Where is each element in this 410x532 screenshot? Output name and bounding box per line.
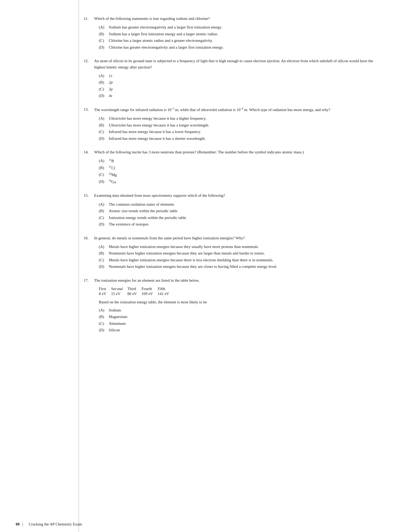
option-text: 70Ga (109, 179, 379, 185)
option-label: (D) (99, 221, 109, 227)
list-item: (C) Infrared has more energy because it … (99, 129, 379, 135)
option-text: Sodium has a larger first ionization ene… (109, 31, 379, 37)
option-text: Infrared has more energy because it has … (109, 129, 379, 135)
option-label: (D) (99, 44, 109, 50)
question-11-text: Which of the following statements is tru… (94, 16, 379, 22)
left-border (78, 0, 79, 532)
option-text: Infrared has more energy because it has … (109, 136, 379, 142)
list-item: (C) 3p (99, 86, 379, 92)
question-15-number: 15. (84, 193, 94, 199)
option-text: Aluminum (109, 321, 379, 327)
question-17-text: The ionization energies for an element a… (94, 277, 379, 284)
option-text: Ultraviolet has more energy because it h… (109, 115, 379, 122)
table-row: 8 eV 15 eV 80 eV 109 eV 141 eV (99, 292, 174, 297)
option-label: (A) (99, 307, 109, 313)
question-12-number: 12. (84, 58, 94, 70)
list-item: (B) 2p (99, 79, 379, 85)
ionization-table: First Second Third Fourth Fifth 8 eV 15 … (99, 286, 174, 297)
footer-title: Cracking the AP Chemistry Exam (29, 522, 82, 527)
question-14-number: 14. (84, 149, 94, 155)
question-11: 11. Which of the following statements is… (84, 16, 379, 50)
table-cell-third: 80 eV (127, 292, 141, 297)
table-cell-second: 15 eV (111, 292, 127, 297)
option-label: (A) (99, 244, 109, 250)
question-12: 12. An atom of silicon in its ground sta… (84, 58, 379, 99)
table-header-fourth: Fourth (141, 286, 158, 292)
question-16: 16. In general, do metals or nonmetals f… (84, 235, 379, 270)
option-label: (A) (99, 24, 109, 30)
option-label: (C) (99, 86, 109, 92)
question-14-text: Which of the following nuclei has 3 more… (94, 149, 379, 155)
option-text: 24Mg (109, 172, 379, 178)
question-15: 15. Examining data obtained from mass sp… (84, 193, 379, 227)
list-item: (C) 24Mg (99, 172, 379, 178)
list-item: (D) 4s (99, 93, 379, 99)
option-text: The existence of isotopes (109, 221, 379, 227)
question-11-options: (A) Sodium has greater electronegativity… (99, 24, 379, 50)
option-text: 37Cl (109, 165, 379, 171)
question-13: 13. The wavelength range for infrared ra… (84, 107, 379, 141)
option-text: Sodium (109, 307, 379, 313)
option-text: Metals have higher ionization energies b… (109, 244, 379, 250)
list-item: (A) The common oxidation states of eleme… (99, 201, 379, 207)
list-item: (A) 1s (99, 73, 379, 79)
question-14: 14. Which of the following nuclei has 3 … (84, 149, 379, 185)
based-on-text: Based on the ionization energy table, th… (99, 299, 379, 305)
list-item: (D) 70Ga (99, 179, 379, 185)
option-label: (C) (99, 321, 109, 327)
page: 11. Which of the following statements is… (0, 0, 410, 532)
option-label: (D) (99, 327, 109, 333)
list-item: (D) Infrared has more energy because it … (99, 136, 379, 142)
list-item: (A) Metals have higher ionization energi… (99, 244, 379, 250)
list-item: (B) 37Cl (99, 165, 379, 171)
option-text: 2p (109, 79, 379, 85)
option-text: 1s (109, 73, 379, 79)
table-header-second: Second (111, 286, 127, 292)
option-text: Sodium has greater electronegativity and… (109, 24, 379, 30)
option-label: (C) (99, 172, 109, 178)
question-12-text: An atom of silicon in its ground state i… (94, 58, 379, 70)
list-item: (A) Ultraviolet has more energy because … (99, 115, 379, 122)
option-text: 3p (109, 86, 379, 92)
question-13-number: 13. (84, 107, 94, 113)
list-item: (D) Silicon (99, 327, 379, 333)
option-text: 11B (109, 158, 379, 164)
option-text: 4s (109, 93, 379, 99)
option-text: The common oxidation states of elements (109, 201, 379, 207)
option-label: (B) (99, 122, 109, 128)
option-text: Magnesium (109, 314, 379, 320)
list-item: (A) Sodium has greater electronegativity… (99, 24, 379, 30)
list-item: (D) Chlorine has greater electronegativi… (99, 44, 379, 50)
option-label: (A) (99, 115, 109, 122)
option-label: (B) (99, 208, 109, 214)
question-16-number: 16. (84, 235, 94, 241)
content-area: 11. Which of the following statements is… (84, 16, 379, 532)
option-label: (B) (99, 79, 109, 85)
option-text: Nonmetals have higher ionization energie… (109, 250, 379, 256)
list-item: (D) Nonmetals have higher ionization ene… (99, 264, 379, 270)
option-label: (C) (99, 215, 109, 221)
table-cell-first: 8 eV (99, 292, 111, 297)
option-label: (C) (99, 38, 109, 44)
option-label: (A) (99, 158, 109, 164)
list-item: (B) Nonmetals have higher ionization ene… (99, 250, 379, 256)
table-row: First Second Third Fourth Fifth (99, 286, 174, 292)
table-cell-fourth: 109 eV (141, 292, 158, 297)
option-text: Ionization energy trends within the peri… (109, 215, 379, 221)
list-item: (B) Sodium has a larger first ionization… (99, 31, 379, 37)
option-label: (C) (99, 257, 109, 263)
option-text: Silicon (109, 327, 379, 333)
option-label: (B) (99, 250, 109, 256)
option-text: Ultraviolet has more energy because it h… (109, 122, 379, 128)
question-13-text: The wavelength range for infrared radiat… (94, 107, 379, 113)
list-item: (C) Metals have higher ionization energi… (99, 257, 379, 263)
option-label: (D) (99, 136, 109, 142)
question-13-options: (A) Ultraviolet has more energy because … (99, 115, 379, 141)
option-label: (A) (99, 73, 109, 79)
option-label: (B) (99, 314, 109, 320)
option-label: (D) (99, 264, 109, 270)
question-17-options: (A) Sodium (B) Magnesium (C) Aluminum (D… (99, 307, 379, 333)
list-item: (A) Sodium (99, 307, 379, 313)
option-label: (D) (99, 179, 109, 185)
table-header-fifth: Fifth (158, 286, 174, 292)
